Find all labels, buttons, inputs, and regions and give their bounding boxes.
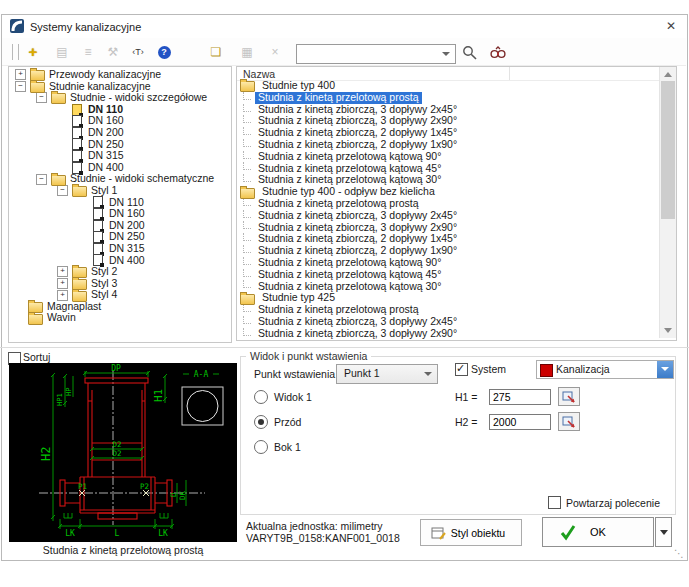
block-icon xyxy=(93,208,103,220)
tree-item[interactable]: +Styl 4 xyxy=(9,289,231,301)
h2-pick-button[interactable] xyxy=(558,412,580,431)
expand-icon[interactable]: + xyxy=(57,278,68,289)
system-select[interactable]: Kanalizacja xyxy=(536,360,674,379)
tree-indent xyxy=(9,167,55,168)
tree-connector xyxy=(243,328,251,336)
tree-connector xyxy=(243,127,251,135)
toolbar-grip[interactable] xyxy=(12,44,19,60)
list-item-label: Studnia z kinetą zbiorczą, 3 dopływy 2x4… xyxy=(255,316,460,328)
collapse-icon[interactable]: − xyxy=(15,81,26,92)
filter-combobox[interactable] xyxy=(296,44,456,64)
h1-pick-button[interactable] xyxy=(558,387,580,406)
list-item[interactable]: Studnia z kinetą zbiorczą, 3 dopływy 2x9… xyxy=(237,328,657,340)
close-icon[interactable]: ✕ xyxy=(660,16,682,36)
expand-icon[interactable]: + xyxy=(57,290,68,301)
svg-text:LK: LK xyxy=(158,529,168,538)
h1-row: H1 = xyxy=(455,387,580,406)
table-icon-glyph: ▦ xyxy=(241,45,252,59)
list-scrollbar[interactable] xyxy=(659,67,676,338)
tree-indent xyxy=(9,318,13,319)
tree-connector xyxy=(243,221,251,229)
list-item[interactable]: Studnia z kinetą przelotową kątową 90° xyxy=(237,257,657,269)
tree-item-label: DN 315 xyxy=(88,150,124,162)
block-icon xyxy=(72,115,82,127)
tree-item[interactable]: +Styl 2 xyxy=(9,266,231,278)
repeat-command-row: Powtarzaj polecenie xyxy=(548,496,660,509)
category-tree: +Przewody kanalizacyjne−Studnie kanaliza… xyxy=(8,66,232,343)
h2-input[interactable] xyxy=(489,414,551,430)
list-item[interactable]: Studnia z kinetą zbiorczą, 2 dopływy 1x9… xyxy=(237,139,657,151)
tree-item[interactable]: DN 160 xyxy=(9,208,231,220)
tree-item[interactable]: −Studnie - widoki schematyczne xyxy=(9,173,231,185)
chevron-down-icon[interactable] xyxy=(657,361,673,378)
copy-icon[interactable]: ❏ xyxy=(205,42,227,62)
tree-item[interactable]: DN 315 xyxy=(9,243,231,255)
tree-indent xyxy=(9,74,13,75)
tree-spacer xyxy=(57,163,66,172)
help-icon[interactable]: ? xyxy=(153,42,175,62)
ok-dropdown-button[interactable] xyxy=(655,517,672,547)
scrollbar-thumb[interactable] xyxy=(661,81,675,219)
system-checkbox[interactable] xyxy=(455,363,468,376)
tree-connector xyxy=(243,151,251,159)
view-radio-2[interactable]: Przód xyxy=(254,415,312,429)
tree-item[interactable]: DN 400 xyxy=(9,255,231,267)
tree-spacer xyxy=(78,209,87,218)
list-item-label: Studnia z kinetą przelotową kątową 45° xyxy=(255,269,444,281)
properties-icon: ▤ xyxy=(51,42,73,62)
find-icon[interactable] xyxy=(490,45,506,60)
collapse-icon[interactable]: − xyxy=(36,174,47,185)
h1-input[interactable] xyxy=(489,389,551,405)
list-item-label: Studnia z kinetą przelotową prostą xyxy=(255,92,422,104)
chevron-down-icon xyxy=(442,52,450,56)
view-radio-3[interactable]: Bok 1 xyxy=(254,440,312,454)
repeat-command-checkbox[interactable] xyxy=(548,496,561,509)
preview-caption: Studnia z kinetą przelotową prostą xyxy=(9,544,237,556)
object-style-button[interactable]: Styl obiektu xyxy=(420,519,522,546)
list-item[interactable]: Studnia z kinetą przelotową kątową 90° xyxy=(237,151,657,163)
tree-connector xyxy=(243,174,251,182)
chevron-down-icon xyxy=(424,372,432,376)
tree-item[interactable]: DN 200 xyxy=(9,127,231,139)
tree-spacer xyxy=(57,140,66,149)
tree-item[interactable]: −Styl 1 xyxy=(9,185,231,197)
tree-spacer xyxy=(57,117,66,126)
ok-button[interactable]: OK xyxy=(542,517,654,547)
list-item[interactable]: Studnia z kinetą przelotową prostą xyxy=(237,198,657,210)
insertion-point-select[interactable]: Punkt 1 xyxy=(336,364,438,384)
search-icon[interactable] xyxy=(462,45,478,61)
list-item[interactable]: Studnia z kinetą zbiorczą, 3 dopływy 2x4… xyxy=(237,316,657,328)
insertion-point-value: Punkt 1 xyxy=(344,367,380,379)
scroll-down-icon[interactable] xyxy=(664,328,672,333)
filter-input[interactable] xyxy=(299,46,437,62)
tree-item[interactable]: DN 315 xyxy=(9,150,231,162)
scroll-up-icon[interactable] xyxy=(664,72,672,77)
view-radio-1[interactable]: Widok 1 xyxy=(254,390,312,404)
tree-item[interactable]: +Styl 3 xyxy=(9,278,231,290)
expand-icon[interactable]: + xyxy=(57,266,68,277)
add-icon[interactable]: + xyxy=(22,42,44,62)
list-item[interactable]: Studnia z kinetą przelotową kątową 45° xyxy=(237,269,657,281)
column-divider[interactable] xyxy=(509,67,510,80)
ok-label: OK xyxy=(590,526,606,538)
block-icon xyxy=(93,254,103,266)
tree-item[interactable]: +Przewody kanalizacyjne xyxy=(9,69,231,81)
block-icon xyxy=(72,138,82,150)
folder-icon xyxy=(28,314,43,325)
svg-text:DK: DK xyxy=(178,490,187,500)
block-icon xyxy=(72,162,82,174)
list-item[interactable]: Studnia z kinetą zbiorczą, 3 dopływy 2x4… xyxy=(237,210,657,222)
folder-icon xyxy=(240,188,255,199)
list-item[interactable]: Studnia z kinetą przelotową prostą xyxy=(237,92,657,104)
expand-icon[interactable]: + xyxy=(15,69,26,80)
list-item-label: Studnia z kinetą zbiorczą, 3 dopływy 2x9… xyxy=(255,328,460,340)
tree-connector xyxy=(243,269,251,277)
collapse-icon[interactable]: − xyxy=(36,92,47,103)
text-style-icon[interactable]: ‹T› xyxy=(127,42,149,62)
resize-grip[interactable] xyxy=(674,548,686,560)
tree-item[interactable]: Magnaplast xyxy=(9,301,231,313)
list-item-label: Studnia z kinetą przelotową kątową 90° xyxy=(255,257,444,269)
tree-indent xyxy=(9,132,55,133)
tree-item[interactable]: Wavin xyxy=(9,312,231,324)
collapse-icon[interactable]: − xyxy=(57,185,68,196)
